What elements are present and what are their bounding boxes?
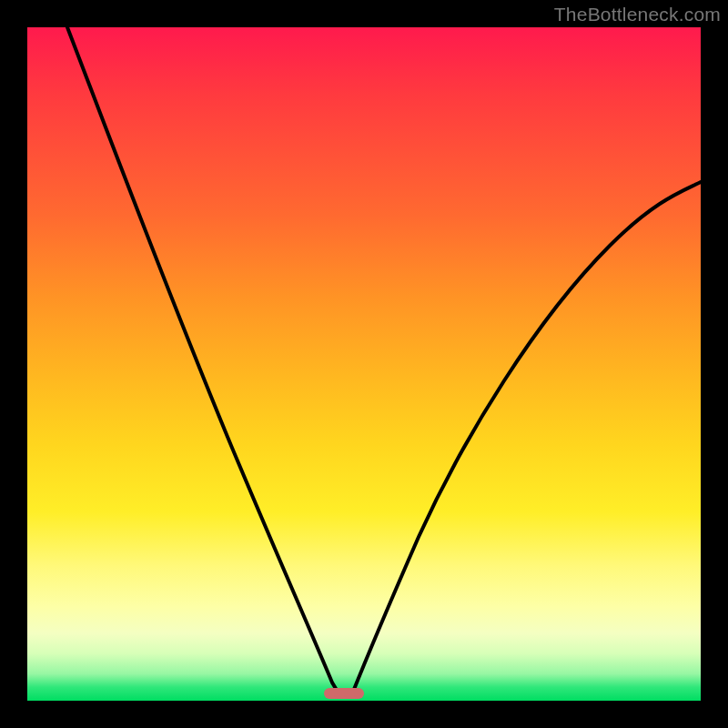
chart-frame: TheBottleneck.com xyxy=(0,0,728,728)
curves-layer xyxy=(27,27,701,701)
min-marker xyxy=(324,688,364,699)
plot-area xyxy=(27,27,701,701)
left-curve xyxy=(67,27,340,696)
right-curve xyxy=(351,182,701,696)
watermark-text: TheBottleneck.com xyxy=(554,4,721,25)
